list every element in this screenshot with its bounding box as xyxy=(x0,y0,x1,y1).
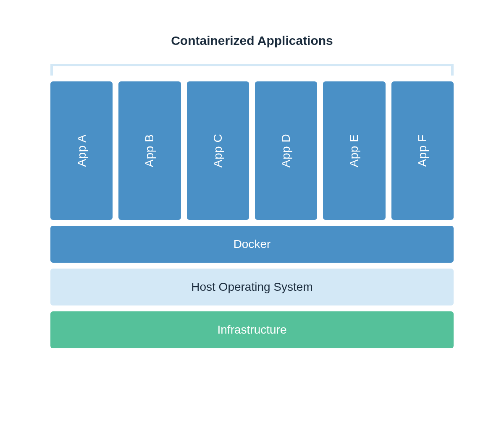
diagram-title: Containerized Applications xyxy=(171,34,333,48)
app-label: App D xyxy=(279,134,293,167)
app-label: App B xyxy=(143,134,156,167)
app-box-d: App D xyxy=(255,81,317,220)
app-box-b: App B xyxy=(118,81,181,220)
container-architecture-diagram: Containerized Applications App A App B A… xyxy=(50,34,454,348)
layer-host-os: Host Operating System xyxy=(50,269,454,305)
apps-bracket xyxy=(50,64,454,76)
app-label: App E xyxy=(347,134,361,167)
app-box-e: App E xyxy=(323,81,385,220)
apps-row: App A App B App C App D App E App F xyxy=(50,81,454,220)
app-box-c: App C xyxy=(187,81,249,220)
layer-infrastructure: Infrastructure xyxy=(50,311,454,348)
app-label: App A xyxy=(75,134,88,167)
app-box-f: App F xyxy=(391,81,454,220)
app-label: App C xyxy=(211,134,225,167)
app-box-a: App A xyxy=(50,81,113,220)
layer-docker: Docker xyxy=(50,226,454,263)
app-label: App F xyxy=(416,134,429,167)
